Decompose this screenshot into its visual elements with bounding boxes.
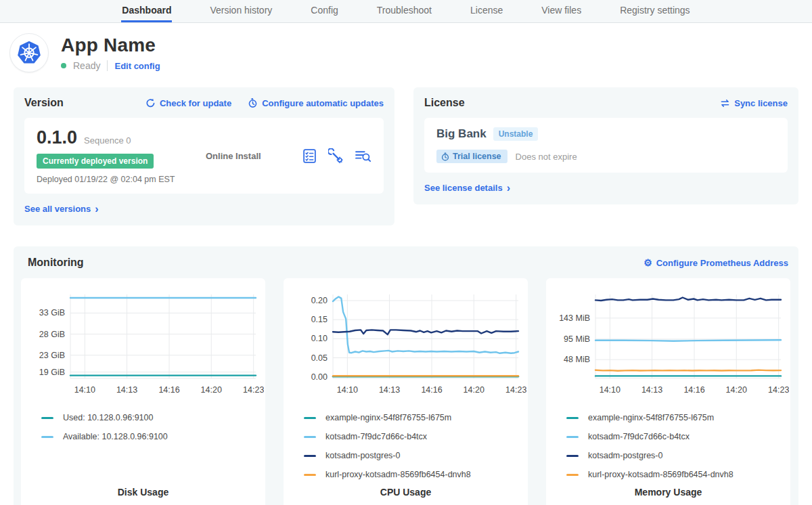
legend-item: kotsadm-postgres-0 <box>566 446 790 465</box>
check-for-update-button[interactable]: Check for update <box>145 98 231 108</box>
svg-text:143 MiB: 143 MiB <box>559 313 590 323</box>
svg-text:14:23: 14:23 <box>243 385 264 395</box>
preflight-checklist-icon[interactable] <box>302 148 317 164</box>
legend-item: kurl-proxy-kotsadm-8569fb6454-dnvh8 <box>566 465 790 484</box>
version-card: Version Check for update Configure au <box>14 87 394 225</box>
tab-view-files[interactable]: View files <box>541 0 582 22</box>
trial-license-badge: Trial license <box>436 150 508 163</box>
svg-text:14:13: 14:13 <box>116 385 137 395</box>
legend-swatch <box>304 417 316 419</box>
legend-swatch <box>566 417 579 419</box>
legend-item: kotsadm-postgres-0 <box>304 446 528 465</box>
legend-label: kotsadm-7f9dc7d66c-b4tcx <box>588 432 690 441</box>
page-title: App Name <box>61 35 160 56</box>
cpu-usage-chart: 0.200.150.100.050.0014:1014:1314:1614:20… <box>286 286 526 400</box>
legend-label: kurl-proxy-kotsadm-8569fb6454-dnvh8 <box>325 470 471 479</box>
tab-dashboard[interactable]: Dashboard <box>121 0 172 22</box>
see-license-details-link[interactable]: See license details › <box>424 183 510 194</box>
tab-troubleshoot[interactable]: Troubleshoot <box>376 0 432 22</box>
legend-item: kotsadm-7f9dc7d66c-b4tcx <box>566 427 790 446</box>
svg-text:48 MiB: 48 MiB <box>564 355 590 364</box>
legend-label: Available: 10.128.0.96:9100 <box>63 432 168 441</box>
legend-label: Used: 10.128.0.96:9100 <box>63 413 153 422</box>
version-card-title: Version <box>24 97 64 109</box>
svg-text:14:20: 14:20 <box>200 385 221 395</box>
legend-item: Available: 10.128.0.96:9100 <box>41 427 265 446</box>
svg-text:0.15: 0.15 <box>311 315 327 324</box>
license-panel: Big Bank Unstable Trial license Does not… <box>424 118 788 173</box>
gear-icon: ⚙ <box>644 258 652 267</box>
edit-config-link[interactable]: Edit config <box>114 61 160 71</box>
svg-text:14:10: 14:10 <box>336 385 357 395</box>
stopwatch-icon <box>441 152 449 161</box>
legend-item: example-nginx-54f8f76755-l675m <box>566 408 790 427</box>
cards-row: Version Check for update Configure au <box>14 87 798 225</box>
svg-text:14:10: 14:10 <box>599 385 620 395</box>
legend-swatch <box>304 455 316 457</box>
sync-arrows-icon <box>720 99 730 108</box>
svg-text:0.00: 0.00 <box>311 372 327 382</box>
tab-version-history[interactable]: Version history <box>209 0 273 22</box>
svg-text:95 MiB: 95 MiB <box>564 334 590 344</box>
memory-usage-card: 143 MiB95 MiB48 MiB14:1014:1314:1614:201… <box>546 278 790 505</box>
svg-text:14:10: 14:10 <box>74 385 95 395</box>
version-number: 0.1.0 <box>37 127 77 148</box>
tab-registry-settings[interactable]: Registry settings <box>619 0 690 22</box>
legend-label: example-nginx-54f8f76755-l675m <box>588 413 714 422</box>
license-card-title: License <box>424 97 465 109</box>
legend-label: kotsadm-postgres-0 <box>325 451 400 460</box>
svg-text:14:16: 14:16 <box>421 385 442 395</box>
monitoring-title: Monitoring <box>28 257 84 269</box>
tab-config[interactable]: Config <box>310 0 338 22</box>
channel-badge: Unstable <box>493 127 539 141</box>
legend-swatch <box>566 455 579 457</box>
config-wrench-icon[interactable] <box>328 148 344 164</box>
status-text: Ready <box>73 60 100 71</box>
kubernetes-logo-icon <box>9 33 49 72</box>
divider <box>107 60 108 71</box>
memory-usage-legend: example-nginx-54f8f76755-l675mkotsadm-7f… <box>546 408 790 484</box>
legend-item: kotsadm-7f9dc7d66c-b4tcx <box>304 427 528 446</box>
svg-text:14:23: 14:23 <box>505 385 526 395</box>
svg-text:28 GiB: 28 GiB <box>39 330 64 339</box>
svg-text:14:20: 14:20 <box>463 385 484 395</box>
legend-swatch <box>304 436 316 438</box>
status-dot <box>61 63 66 68</box>
monitoring-section: Monitoring ⚙ Configure Prometheus Addres… <box>14 246 798 505</box>
chart-title: Disk Usage <box>21 487 265 498</box>
expiry-text: Does not expire <box>516 152 577 162</box>
view-logs-icon[interactable] <box>355 148 371 164</box>
sync-license-button[interactable]: Sync license <box>720 98 788 108</box>
tab-license[interactable]: License <box>470 0 503 22</box>
customer-name: Big Bank <box>436 127 487 141</box>
schedule-clock-icon <box>248 98 258 108</box>
configure-prometheus-link[interactable]: ⚙ Configure Prometheus Address <box>644 258 788 268</box>
svg-text:33 GiB: 33 GiB <box>39 308 64 317</box>
svg-text:0.10: 0.10 <box>311 334 327 343</box>
svg-text:14:23: 14:23 <box>768 385 789 395</box>
legend-swatch <box>566 436 579 438</box>
legend-swatch <box>41 436 53 438</box>
svg-text:19 GiB: 19 GiB <box>39 368 64 377</box>
legend-label: kotsadm-7f9dc7d66c-b4tcx <box>325 432 427 441</box>
chevron-right-icon: › <box>95 204 98 215</box>
legend-swatch <box>304 474 316 476</box>
configure-automatic-updates-button[interactable]: Configure automatic updates <box>248 98 384 108</box>
memory-usage-chart: 143 MiB95 MiB48 MiB14:1014:1314:1614:201… <box>548 286 789 400</box>
cpu-usage-card: 0.200.150.100.050.0014:1014:1314:1614:20… <box>284 278 528 505</box>
legend-label: kurl-proxy-kotsadm-8569fb6454-dnvh8 <box>588 470 734 479</box>
legend-item: kurl-proxy-kotsadm-8569fb6454-dnvh8 <box>304 465 528 484</box>
top-nav: Dashboard Version history Config Trouble… <box>0 0 812 23</box>
refresh-icon <box>145 98 156 108</box>
see-all-versions-link[interactable]: See all versions › <box>24 204 99 215</box>
legend-swatch <box>566 474 579 476</box>
cpu-usage-legend: example-nginx-54f8f76755-l675mkotsadm-7f… <box>284 408 528 484</box>
svg-text:14:20: 14:20 <box>725 385 746 395</box>
legend-swatch <box>41 417 53 419</box>
app-header: App Name Ready Edit config <box>0 23 812 72</box>
install-type-label: Online Install <box>206 151 302 161</box>
legend-item: Used: 10.128.0.96:9100 <box>41 408 265 427</box>
deployed-badge: Currently deployed version <box>37 154 154 169</box>
chart-title: CPU Usage <box>284 487 528 498</box>
legend-label: kotsadm-postgres-0 <box>588 451 662 460</box>
